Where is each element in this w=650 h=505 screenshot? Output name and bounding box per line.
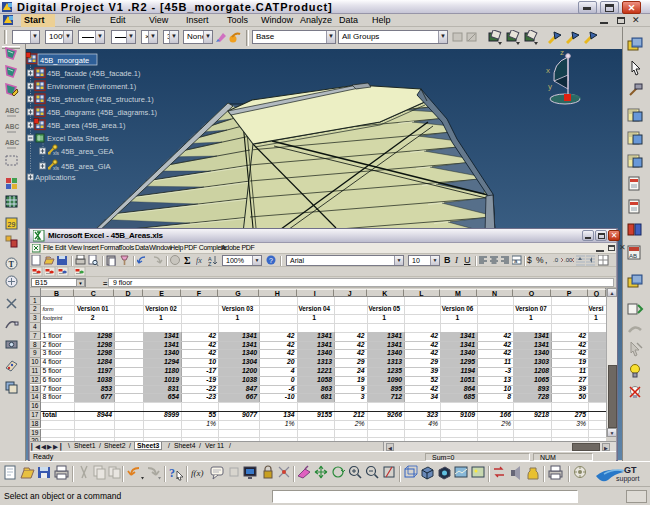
svg-text:Z: Z	[208, 261, 212, 266]
svg-text:ABC: ABC	[5, 139, 19, 146]
svg-text:?: ?	[169, 466, 175, 480]
svg-text:29: 29	[8, 221, 16, 228]
svg-text:ABC: ABC	[5, 123, 19, 130]
svg-text:.0: .0	[553, 257, 559, 263]
svg-text:45B_area (45B_area.1): 45B_area (45B_area.1)	[47, 121, 126, 130]
svg-text:ABC: ABC	[5, 107, 19, 114]
svg-text:Σ: Σ	[184, 255, 191, 266]
svg-text:Applications: Applications	[35, 173, 76, 182]
svg-text:45B_structure (45B_structure.1: 45B_structure (45B_structure.1)	[47, 95, 154, 104]
svg-text:y: y	[548, 82, 552, 91]
svg-text:45B_diagrams (45B_diagrams.1): 45B_diagrams (45B_diagrams.1)	[47, 108, 158, 117]
svg-text:45B_moorgate: 45B_moorgate	[40, 56, 89, 65]
svg-text:Enviroment (Enviroment.1): Enviroment (Enviroment.1)	[47, 82, 137, 91]
svg-text:45B_area_GIA: 45B_area_GIA	[61, 162, 111, 171]
svg-text:T: T	[9, 260, 15, 269]
svg-text:f(x): f(x)	[191, 468, 204, 478]
svg-text:z: z	[560, 51, 564, 57]
svg-text:Excel Data Sheets: Excel Data Sheets	[47, 134, 109, 143]
svg-text:fx: fx	[196, 256, 202, 265]
svg-text:xls: xls	[53, 150, 60, 156]
svg-text:45B_facade (45B_facade.1): 45B_facade (45B_facade.1)	[47, 69, 141, 78]
svg-text:AB: AB	[629, 253, 637, 259]
svg-text:45B_area_GEA: 45B_area_GEA	[61, 147, 114, 156]
svg-text:?: ?	[269, 257, 273, 264]
svg-text:xls: xls	[53, 165, 60, 171]
svg-text:x: x	[546, 66, 550, 75]
